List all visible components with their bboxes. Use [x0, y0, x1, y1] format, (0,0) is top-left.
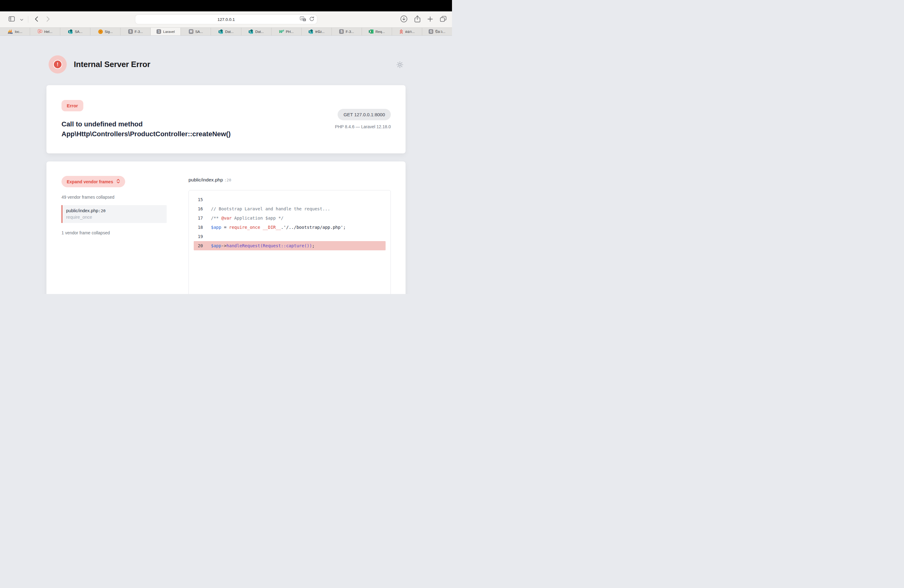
excel-icon: X — [369, 29, 374, 34]
w3schools-icon: W3 — [279, 30, 284, 33]
code-snippet: 1516// Bootstrap Laravel and handle the … — [188, 190, 391, 294]
laravel-icon — [38, 29, 43, 34]
svg-text:PMA: PMA — [8, 32, 13, 34]
chevrons-red-icon — [399, 29, 403, 34]
code-text: $app = require_once __DIR__.'/../bootstr… — [211, 223, 346, 232]
tab-label: F-3... — [135, 30, 143, 33]
browser-toolbar: 127.0.0.1 Ax — [0, 11, 452, 27]
tab-label: Dat... — [255, 30, 264, 33]
chevron-up-down-icon — [117, 179, 120, 185]
back-button[interactable] — [34, 16, 39, 24]
browser-tab[interactable]: MSA... — [181, 28, 211, 35]
browser-tab[interactable]: SF-3... — [120, 28, 151, 35]
forward-button[interactable] — [46, 16, 51, 24]
line-number: 19 — [194, 232, 203, 241]
line-number: 20 — [194, 241, 203, 250]
browser-tab[interactable]: SDat... — [211, 28, 241, 35]
tab-label: PH... — [286, 30, 294, 33]
new-tab-button[interactable] — [427, 16, 433, 24]
error-message: Call to undefined method App\Http\Contro… — [62, 119, 304, 139]
code-line: 18$app = require_once __DIR__.'/../boots… — [194, 223, 386, 232]
badge-m-icon: M — [189, 29, 193, 34]
code-line: 19 — [194, 232, 386, 241]
back-icon — [35, 16, 38, 23]
svg-text:S: S — [250, 30, 251, 33]
seal-icon — [98, 29, 103, 34]
code-line-highlighted: 20$app->handleRequest(Request::capture()… — [194, 241, 386, 250]
svg-text:X: X — [370, 30, 372, 33]
code-file-header: public/index.php :20 — [188, 177, 391, 183]
theme-toggle-button[interactable] — [396, 61, 404, 70]
tab-overview-button[interactable] — [439, 15, 447, 24]
reload-icon[interactable] — [309, 16, 314, 23]
sidebar-chevron-button[interactable] — [19, 17, 24, 22]
translate-icon[interactable]: Ax — [300, 16, 306, 23]
browser-tab[interactable]: Sหนัง... — [302, 28, 332, 35]
code-line: 16// Bootstrap Laravel and handle the re… — [194, 204, 386, 213]
tab-label: SA... — [195, 30, 203, 33]
sharepoint-icon: S — [218, 29, 223, 34]
tab-label: Req... — [375, 30, 385, 33]
badge-1-icon: 1 — [156, 29, 161, 34]
line-number: 17 — [194, 213, 203, 223]
line-number: 15 — [194, 195, 203, 204]
tab-label: Dat... — [225, 30, 233, 33]
browser-tab[interactable]: SSA... — [60, 28, 90, 35]
sharepoint-icon: S — [308, 29, 313, 34]
macos-menubar — [0, 0, 452, 11]
tab-bar: PMAloc...Hel...SSA...Sig...SF-3...1Larav… — [0, 27, 452, 36]
svg-text:S: S — [219, 30, 221, 33]
code-text: // Bootstrap Laravel and handle the requ… — [211, 204, 330, 213]
downloads-button[interactable] — [400, 15, 408, 24]
stack-trace-card: Expand vendor frames 49 vendor frames co… — [46, 161, 406, 294]
tab-label: SA... — [75, 30, 82, 33]
share-button[interactable] — [414, 15, 421, 24]
expand-vendor-frames-label: Expand vendor frames — [67, 179, 113, 184]
page-header: ! Internal Server Error — [46, 36, 406, 74]
browser-tab[interactable]: Hel... — [30, 28, 60, 35]
browser-tab[interactable]: Gบึงเว... — [422, 28, 452, 35]
vendor-frame-collapsed-note: 1 vendor frame collapsed — [62, 230, 167, 235]
svg-text:S: S — [69, 30, 70, 33]
browser-tab[interactable]: Sig... — [90, 28, 120, 35]
screen: 127.0.0.1 Ax — [0, 0, 452, 294]
badge-s-icon: S — [339, 29, 344, 34]
browser-tab[interactable]: ดอก... — [392, 28, 422, 35]
stack-frame-file: public/index.php:20 — [66, 208, 163, 213]
tab-label: Hel... — [44, 30, 52, 33]
svg-text:S: S — [309, 30, 311, 33]
code-line: 15 — [194, 195, 386, 204]
tab-label: ดอก... — [405, 29, 415, 35]
browser-tab[interactable]: PMAloc... — [0, 28, 30, 35]
code-text: $app->handleRequest(Request::capture()); — [211, 241, 315, 250]
expand-vendor-frames-button[interactable]: Expand vendor frames — [62, 176, 125, 187]
sidebar-icon — [9, 16, 15, 22]
line-number: 16 — [194, 204, 203, 213]
page-content: ! Internal Server Error Error GET 127.0.… — [0, 36, 452, 294]
code-text: /** @var Application $app */ — [211, 213, 283, 223]
tab-label: Sig... — [105, 30, 113, 33]
new-tab-icon — [427, 16, 433, 23]
sun-icon — [396, 65, 404, 70]
tab-label: Laravel — [163, 30, 175, 33]
stack-frames-column: Expand vendor frames 49 vendor frames co… — [62, 176, 167, 294]
tab-label: หนัง... — [315, 29, 325, 35]
browser-tab[interactable]: SF-3... — [332, 28, 362, 35]
page-title: Internal Server Error — [74, 60, 150, 69]
browser-tab[interactable]: SDat... — [241, 28, 272, 35]
error-type-badge: Error — [62, 100, 83, 111]
line-number: 18 — [194, 223, 203, 232]
stack-frame-item[interactable]: public/index.php:20 require_once — [62, 205, 167, 223]
chevron-down-icon — [20, 17, 24, 22]
url-text: 127.0.0.1 — [217, 17, 235, 22]
vendor-frames-collapsed-note: 49 vendor frames collapsed — [62, 194, 167, 199]
url-bar[interactable]: 127.0.0.1 Ax — [135, 15, 317, 24]
forward-icon — [46, 16, 50, 23]
tab-label: F-3... — [346, 30, 354, 33]
browser-tab[interactable]: W3PH... — [272, 28, 302, 35]
sidebar-toggle-button[interactable] — [8, 16, 15, 23]
browser-tab[interactable]: 1Laravel — [151, 28, 181, 35]
error-icon: ! — [49, 55, 67, 74]
download-icon — [400, 15, 408, 24]
browser-tab[interactable]: XReq... — [362, 28, 392, 35]
